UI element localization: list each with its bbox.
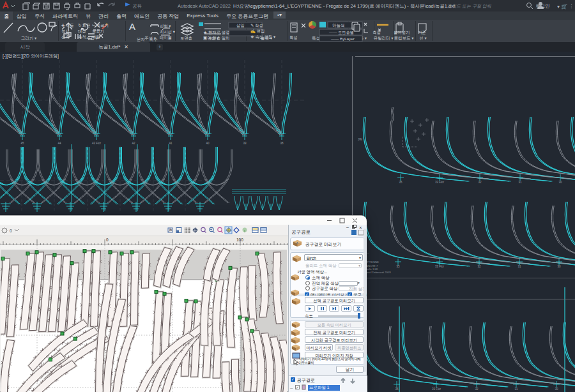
svg-text:모깎기: 모깎기 (92, 29, 104, 33)
svg-text:JW: JW (358, 138, 362, 141)
svg-text:43 Flor: 43 Flor (92, 142, 102, 145)
svg-text:측정: 측정 (372, 30, 381, 35)
svg-text:▣ 도면층 일치: ▣ 도면층 일치 (203, 36, 229, 40)
svg-text:35: 35 (396, 265, 400, 268)
svg-text:신축: 신축 (61, 34, 70, 39)
svg-text:44: 44 (57, 142, 61, 145)
svg-text:33 Flor: 33 Flor (432, 388, 441, 391)
svg-text:31: 31 (518, 181, 522, 184)
svg-text:35: 35 (395, 388, 399, 391)
svg-text:❖ 속성 편집 ▾: ❖ 속성 편집 ▾ (250, 34, 276, 40)
svg-text:도면층: 도면층 (180, 36, 192, 40)
svg-text:A: A (129, 21, 135, 32)
svg-text:40: 40 (206, 142, 210, 145)
svg-text:↻ 회전: ↻ 회전 (78, 23, 91, 27)
svg-text:✂ 자르기: ✂ 자르기 (92, 23, 109, 27)
svg-text:—— 도면층별: —— 도면층별 (329, 30, 354, 34)
svg-text:30: 30 (557, 265, 561, 268)
svg-text:✎ 작성: ✎ 작성 (250, 23, 263, 28)
svg-text:선형 ▾: 선형 ▾ (160, 24, 171, 29)
svg-text:100: 100 (236, 237, 243, 242)
svg-text:32: 32 (475, 388, 479, 391)
svg-text:✚ 이동: ✚ 이동 (61, 23, 74, 27)
svg-text:32: 32 (478, 181, 482, 184)
svg-text:대칭: 대칭 (78, 29, 86, 34)
svg-text:★ 현재로 설정: ★ 현재로 설정 (203, 30, 229, 35)
svg-text:30: 30 (558, 181, 562, 184)
svg-text:39: 39 (243, 142, 247, 145)
svg-text:32: 32 (477, 265, 481, 268)
svg-text:특성: 특성 (289, 35, 298, 40)
svg-text:33 Flor: 33 Flor (435, 265, 445, 268)
svg-text:✍ 편집: ✍ 편집 (250, 29, 264, 34)
svg-text:0: 0 (106, 237, 109, 242)
svg-text:기준: 기준 (418, 30, 426, 34)
svg-text:삽입: 삽입 (236, 23, 245, 27)
svg-text:31: 31 (514, 388, 518, 391)
svg-text:붙여넣기: 붙여넣기 (394, 30, 410, 35)
svg-text:33 Flor: 33 Flor (435, 181, 445, 184)
svg-text:41: 41 (169, 142, 172, 145)
svg-text:지수: 지수 (150, 37, 158, 41)
svg-text:30: 30 (555, 388, 558, 391)
svg-text:38: 38 (280, 142, 284, 145)
svg-text:축척: 축척 (78, 34, 86, 39)
svg-text:테이블: 테이블 (160, 35, 172, 40)
svg-text:지시선 ▾: 지시선 ▾ (160, 29, 176, 34)
svg-text:하늘색: 하늘색 (332, 23, 345, 27)
svg-text:복사: 복사 (61, 29, 70, 33)
svg-text:45: 45 (20, 142, 24, 145)
svg-text:42: 42 (132, 142, 135, 145)
svg-text:0: 0 (10, 229, 12, 233)
svg-text:문자: 문자 (137, 37, 145, 41)
svg-text:35: 35 (399, 181, 402, 184)
svg-text:배열: 배열 (92, 34, 100, 39)
svg-text:31: 31 (518, 265, 521, 268)
svg-text:—— ByLayer: —— ByLayer (331, 36, 355, 41)
